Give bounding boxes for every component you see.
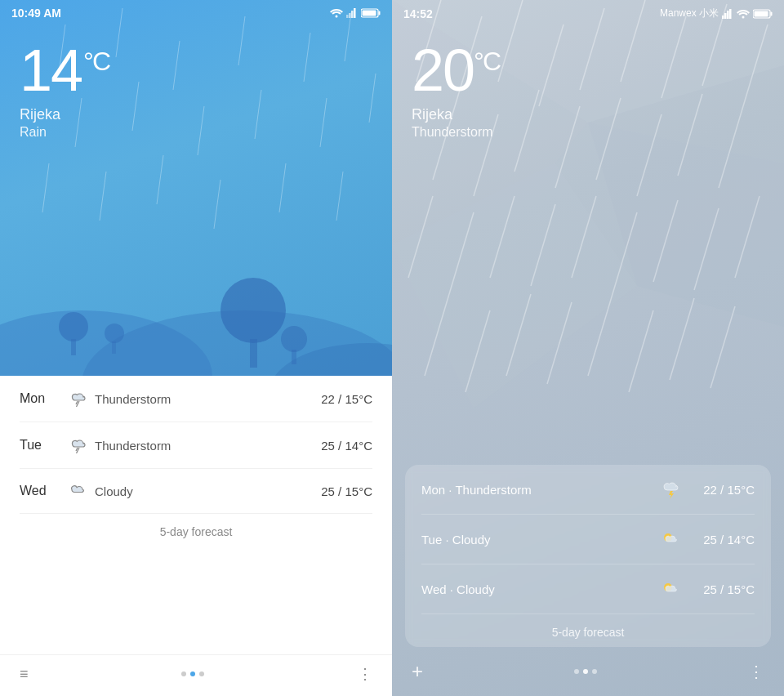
svg-rect-91	[755, 11, 768, 16]
forecast-temp-mon: 22 / 15°C	[321, 392, 372, 406]
svg-rect-7	[363, 11, 376, 16]
left-temp-info: 14°C Rijeka Rain	[20, 41, 109, 140]
svg-rect-3	[351, 11, 354, 18]
svg-line-13	[345, 12, 351, 61]
dot-3	[199, 671, 204, 676]
right-forecast-row-wed: Wed · Cloudy 25 / 15°C	[421, 564, 755, 614]
svg-line-17	[255, 90, 261, 139]
forecast-icon-area-wed: Cloudy	[69, 484, 321, 498]
right-city: Rijeka	[412, 106, 500, 123]
right-temperature: 20°C	[412, 41, 500, 100]
forecast-day-wed: Wed	[20, 484, 69, 498]
forecast-icon-area-mon: Thunderstorm	[69, 390, 321, 407]
wifi-icon	[330, 8, 343, 18]
left-temperature: 14°C	[20, 41, 109, 100]
forecast-temp-tue: 25 / 14°C	[321, 439, 372, 453]
svg-line-39	[77, 404, 78, 407]
svg-rect-32	[112, 341, 116, 354]
forecast-icon-area-tue: Thunderstorm	[69, 437, 321, 453]
svg-line-24	[279, 163, 286, 212]
right-dot-2	[583, 669, 588, 674]
right-condition: Thunderstorm	[412, 125, 500, 140]
forecast-temp-wed: 25 / 15°C	[321, 484, 372, 498]
svg-point-33	[220, 278, 286, 343]
left-forecast-list: Mon Thunderstorm 22 / 15°C Tue	[0, 376, 392, 654]
dot-2	[190, 671, 195, 676]
svg-rect-2	[349, 13, 351, 18]
right-forecast-row-mon: Mon · Thunderstorm 22 / 15°C	[421, 465, 755, 515]
svg-line-19	[369, 74, 376, 123]
right-forecast-card: Mon · Thunderstorm 22 / 15°C Tue · Cloud…	[405, 465, 771, 647]
forecast-row-wed: Wed Cloudy 25 / 15°C	[20, 469, 372, 514]
forecast-row-mon: Mon Thunderstorm 22 / 15°C	[20, 376, 372, 422]
left-landscape	[0, 212, 392, 376]
svg-line-12	[304, 33, 310, 82]
left-bottom-bar: ≡ ⋮	[0, 654, 392, 696]
svg-rect-34	[250, 339, 257, 368]
signal-icon	[346, 8, 358, 18]
right-panel: 14:52 Manwex 小米 20°C R	[392, 0, 784, 696]
right-forecast-temp-wed: 25 / 15°C	[689, 582, 755, 596]
right-temp-info: 20°C Rijeka Thunderstorm	[412, 41, 500, 140]
cloudy-icon-wed	[69, 484, 88, 498]
right-page-indicator	[574, 669, 597, 674]
right-forecast-day-cond-mon: Mon · Thunderstorm	[421, 483, 660, 497]
svg-rect-87	[729, 9, 732, 19]
svg-rect-86	[727, 11, 729, 19]
right-carrier: Manwex 小米	[660, 7, 719, 20]
right-forecast-icon-wed	[660, 578, 683, 600]
left-condition: Rain	[20, 125, 109, 140]
left-weather-background: 10:49 AM	[0, 0, 392, 376]
svg-rect-85	[724, 13, 727, 19]
svg-point-29	[59, 312, 88, 341]
svg-rect-90	[771, 11, 773, 16]
forecast-condition-mon: Thunderstorm	[95, 392, 171, 406]
right-five-day-forecast-button[interactable]: 5-day forecast	[421, 614, 755, 647]
forecast-day-mon: Mon	[20, 391, 69, 406]
five-day-forecast-button[interactable]: 5-day forecast	[20, 514, 372, 547]
right-wifi-icon	[737, 9, 750, 19]
right-status-time: 14:52	[403, 7, 433, 20]
right-signal-icon	[722, 9, 733, 19]
more-icon-left[interactable]: ⋮	[358, 665, 372, 683]
thunderstorm-icon-mon	[69, 390, 88, 407]
right-status-bar: 14:52 Manwex 小米	[392, 0, 784, 20]
right-forecast-icon-mon	[660, 478, 683, 501]
right-forecast-icon-tue	[660, 528, 683, 551]
svg-line-15	[132, 82, 139, 131]
svg-rect-6	[379, 11, 381, 16]
left-city: Rijeka	[20, 106, 109, 123]
forecast-day-tue: Tue	[20, 438, 69, 453]
menu-icon[interactable]: ≡	[20, 666, 29, 683]
forecast-condition-wed: Cloudy	[95, 484, 133, 498]
right-bottom-bar: + ⋮	[392, 650, 784, 696]
svg-line-42	[77, 451, 78, 453]
forecast-condition-tue: Thunderstorm	[95, 439, 171, 453]
svg-line-22	[157, 155, 163, 204]
right-dot-1	[574, 669, 579, 674]
svg-marker-92	[669, 491, 674, 499]
svg-line-20	[42, 163, 49, 212]
svg-rect-30	[71, 339, 76, 355]
svg-rect-4	[354, 8, 356, 18]
right-forecast-temp-mon: 22 / 15°C	[689, 483, 755, 497]
svg-rect-36	[292, 350, 296, 364]
svg-rect-1	[346, 15, 349, 18]
add-button-right[interactable]: +	[412, 660, 423, 683]
left-status-bar: 10:49 AM	[0, 0, 392, 20]
right-forecast-temp-tue: 25 / 14°C	[689, 533, 755, 547]
dot-1	[181, 671, 186, 676]
svg-point-35	[281, 326, 307, 352]
more-icon-right[interactable]: ⋮	[748, 662, 764, 681]
page-indicator	[181, 671, 204, 676]
svg-line-18	[320, 98, 327, 147]
right-dot-3	[592, 669, 597, 674]
svg-line-11	[238, 16, 245, 65]
right-forecast-day-cond-wed: Wed · Cloudy	[421, 582, 660, 596]
right-forecast-row-tue: Tue · Cloudy 25 / 14°C	[421, 515, 755, 564]
battery-icon	[361, 8, 381, 18]
right-battery-icon	[753, 9, 773, 19]
svg-point-0	[336, 16, 338, 18]
right-forecast-day-cond-tue: Tue · Cloudy	[421, 533, 660, 547]
svg-line-16	[198, 106, 204, 155]
